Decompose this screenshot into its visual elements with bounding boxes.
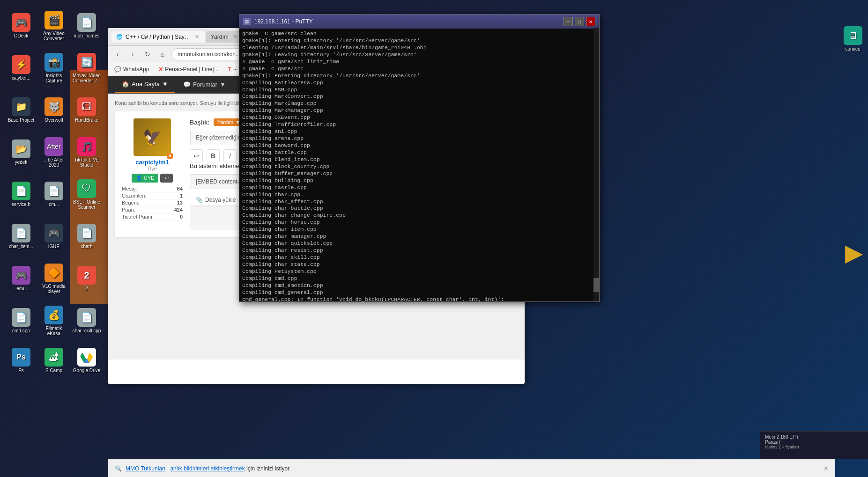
- desktop-icon-tiktok[interactable]: 🎵 TikTok LIVE Studio: [70, 131, 103, 173]
- forward-button[interactable]: ›: [126, 48, 139, 60]
- notification-close-button[interactable]: ×: [824, 464, 828, 473]
- desktop-icon-cmd-cpp[interactable]: 📄 cmd.cpp: [5, 300, 37, 342]
- username[interactable]: carpiciyim1: [135, 159, 169, 166]
- terminal-line-13: Compiling TrafficProfiler.cpp: [242, 121, 596, 128]
- terminal-line-4: # gmake -C game/src limit_time: [242, 59, 596, 66]
- putty-terminal[interactable]: gmake -C game/src cleangmake[1]: Enterin…: [239, 29, 599, 301]
- notification-enable-link[interactable]: anlık bildirimleri etkinleştirmek: [170, 465, 245, 472]
- desktop-icon-after[interactable]: After ...be After 2020: [37, 131, 70, 173]
- putty-icon: 🖥: [243, 18, 251, 25]
- desktop-icon-emu[interactable]: 🎮 ...emu...: [5, 257, 37, 300]
- nav-item-home[interactable]: 🏠 Ana Sayfa ▼: [115, 76, 175, 93]
- desktop-icon-google-drive[interactable]: Google Drive: [70, 342, 103, 379]
- terminal-line-38: cmd_general.cpp: In function 'void do_bk…: [242, 296, 596, 301]
- bookmark-penac[interactable]: ✘ Penac-Panel | Line|...: [156, 65, 221, 73]
- desktop-icon-2[interactable]: 2 2: [70, 257, 103, 300]
- desktop-icon-any-video[interactable]: 🎬 Any Video Converter: [37, 5, 70, 47]
- desktop-icon-isayber[interactable]: ⚡ isayber...: [5, 47, 37, 89]
- terminal-line-34: Compiling PetSystem.cpp: [242, 268, 596, 275]
- desktop-icon-scamp[interactable]: 🏕 S Camp: [37, 342, 70, 379]
- desktop-icon-sunucu[interactable]: 🖥 sunucu: [842, 23, 864, 54]
- desktop-icon-bset[interactable]: 🛡 BSET Online Scanner: [70, 173, 103, 215]
- desktop-icon-handbrake[interactable]: 🎞 HandBrake: [70, 89, 103, 131]
- desktop-icon-igue[interactable]: 🎮 iGUE: [37, 215, 70, 257]
- terminal-line-20: Compiling buffer_manager.cpp: [242, 170, 596, 177]
- user-tag-uve: 👤 ÜYE: [132, 174, 159, 183]
- terminal-line-29: Compiling char_manager.cpp: [242, 233, 596, 240]
- desktop-icon-cm[interactable]: 📄 cm...: [37, 173, 70, 215]
- bookmark-whatsapp[interactable]: 💬 WhatsApp: [111, 65, 152, 73]
- golden-arrow-icon: ▶: [840, 234, 868, 272]
- putty-close-button[interactable]: ✕: [586, 17, 595, 26]
- terminal-line-10: Compiling MarkImage.cpp: [242, 100, 596, 107]
- terminal-line-36: Compiling cmd_emotion.cpp: [242, 282, 596, 289]
- desktop-icon-yedek[interactable]: 📂 yedek: [5, 131, 37, 173]
- action-quote-btn[interactable]: ↩: [190, 149, 203, 162]
- desktop-icon-insights[interactable]: 📸 Insights Capture: [37, 47, 70, 89]
- browser-tab-1[interactable]: 🌐 C++ / C# / Python | Sayfa 2 | M... ✕: [111, 31, 205, 43]
- desktop-icon-base-project[interactable]: 📁 Base Project: [5, 89, 37, 131]
- putty-controls: ─ □ ✕: [564, 17, 595, 26]
- tab-close-2[interactable]: ✕: [231, 33, 238, 40]
- terminal-line-24: Compiling char_affect.cpp: [242, 198, 596, 205]
- action-italic-btn[interactable]: I: [223, 149, 237, 162]
- user-avatar-section: 🦅 8 carpiciyim1 Üye 👤 ÜYE ↩ M: [122, 118, 183, 230]
- terminal-line-2: cleaning /usr/adalet/main/srvl/share/bin…: [242, 44, 596, 51]
- desktop-icon-ps[interactable]: Ps Ps: [5, 342, 37, 379]
- desktop-icon-service-h[interactable]: 📄 service.h: [5, 173, 37, 215]
- browser-tab-2[interactable]: Yardım ✕: [206, 31, 243, 43]
- putty-title: 192.168.1.161 - PuTTY: [254, 18, 313, 25]
- putty-titlebar[interactable]: 🖥 192.168.1.161 - PuTTY ─ □ ✕: [239, 15, 599, 29]
- stat-mesaj: Mesaj: 64: [122, 185, 183, 192]
- scroll-thumb[interactable]: [594, 278, 599, 292]
- stat-cozumler: Çözümleri: 1: [122, 192, 183, 199]
- putty-scrollbar[interactable]: [594, 28, 599, 301]
- tab-close-1[interactable]: ✕: [193, 33, 200, 40]
- terminal-line-7: Compiling BattleArena.cpp: [242, 80, 596, 87]
- desktop-icon-odeck[interactable]: 🎮 ODeck: [5, 5, 37, 47]
- desktop-icon-charh[interactable]: 📄 charh: [70, 215, 103, 257]
- user-badge: 8: [167, 153, 173, 159]
- terminal-line-28: Compiling char_item.cpp: [242, 226, 596, 233]
- user-tag-arrow: ↩: [160, 174, 173, 183]
- terminal-line-3: gmake[1]: Leaving directory '/usr/src/Se…: [242, 51, 596, 59]
- avatar: 🦅 8: [134, 118, 171, 156]
- user-stats: Mesaj: 64 Çözümleri: 1 Beğeni: 13 Puan: [122, 185, 183, 220]
- stat-ticaret: Ticaret Puanı: 0: [122, 213, 183, 220]
- putty-maximize-button[interactable]: □: [575, 17, 584, 26]
- terminal-line-15: Compiling arena.cpp: [242, 135, 596, 142]
- reload-button[interactable]: ↻: [141, 48, 154, 60]
- user-role: Üye: [148, 166, 157, 171]
- terminal-line-14: Compiling ani.cpp: [242, 128, 596, 135]
- terminal-line-21: Compiling building.cpp: [242, 177, 596, 184]
- nav-item-forums[interactable]: 💬 Forumlar ▼: [176, 76, 233, 93]
- stat-begeni: Beğeni: 13: [122, 199, 183, 206]
- terminal-line-27: Compiling char_horse.cpp: [242, 219, 596, 226]
- desktop-icon-char-skill[interactable]: 📄 char_skill.cpp: [70, 300, 103, 342]
- notification-link[interactable]: MMO Tutkunları: [126, 465, 165, 472]
- action-bold-btn[interactable]: B: [207, 149, 220, 162]
- terminal-line-30: Compiling char_quickslot.cpp: [242, 240, 596, 247]
- notification-text: MMO Tutkunları , anlık bildirimleri etki…: [126, 465, 291, 472]
- desktop-icon-mob-names[interactable]: 📄 mob_names: [70, 5, 103, 47]
- home-button[interactable]: ⌂: [156, 48, 169, 60]
- desktop-icon-overwolf[interactable]: 🐺 Overwolf: [37, 89, 70, 131]
- desktop-icon-movavi[interactable]: 🔄 Movavi Video Converter 2...: [70, 47, 103, 89]
- terminal-line-8: Compiling FSM.cpp: [242, 87, 596, 94]
- terminal-line-0: gmake -C game/src clean: [242, 30, 596, 37]
- desktop-icon-vlc[interactable]: 🔶 VLC media player: [37, 257, 70, 300]
- desktop-icon-filmatik[interactable]: 💰 Filmatik eKasa: [37, 300, 70, 342]
- terminal-line-23: Compiling char.cpp: [242, 191, 596, 198]
- putty-window: 🖥 192.168.1.161 - PuTTY ─ □ ✕ gmake -C g…: [239, 14, 600, 302]
- desktop-icon-char-item[interactable]: 📄 char_item...: [5, 215, 37, 257]
- terminal-line-25: Compiling char_battle.cpp: [242, 205, 596, 212]
- terminal-line-19: Compiling block_country.cpp: [242, 163, 596, 170]
- back-button[interactable]: ‹: [111, 48, 124, 60]
- putty-minimize-button[interactable]: ─: [564, 17, 573, 26]
- terminal-line-11: Compiling MarkManager.cpp: [242, 107, 596, 114]
- terminal-line-37: Compiling cmd_general.cpp: [242, 289, 596, 296]
- notification-bar: 🔍 MMO Tutkunları , anlık bildirimleri et…: [108, 459, 835, 477]
- desktop-icons-grid: 🎮 ODeck 🎬 Any Video Converter 📄 mob_name…: [0, 0, 98, 384]
- terminal-line-1: gmake[1]: Entering directory '/usr/src/S…: [242, 37, 596, 44]
- terminal-line-17: Compiling battle.cpp: [242, 149, 596, 156]
